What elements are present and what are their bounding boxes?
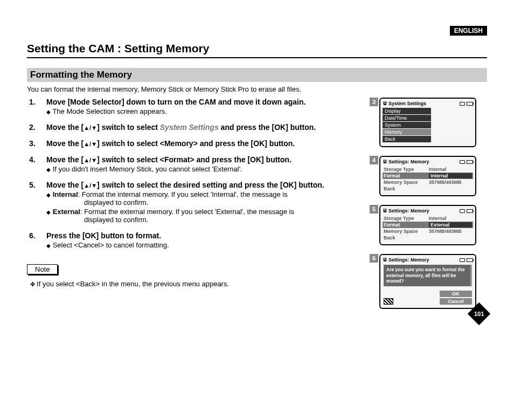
step-6: Press the [OK] button to format. ◆ Selec…	[27, 231, 373, 249]
step-5-bullet-2: ◆ External: Format the external memory. …	[46, 208, 373, 216]
card-icon	[460, 258, 465, 262]
menu-item-selected: Memory	[383, 129, 431, 135]
confirm-dialog: Are you sure you want to format the exte…	[384, 265, 472, 286]
screen-5: 5 Settings: Memory Storage TypeInternal …	[379, 205, 487, 245]
step-5-bullet-2-cont: displayed to confirm.	[46, 216, 373, 224]
step-6-text: Press the [OK] button to format.	[46, 231, 373, 240]
card-icon	[460, 160, 465, 164]
screen-3-number: 3	[370, 98, 378, 106]
dialog-cancel-button: Cancel	[440, 298, 472, 305]
intro-text: You can format the internal memory, Memo…	[27, 85, 487, 93]
kv-row-selected: FormatInternal	[383, 173, 473, 179]
language-badge: ENGLISH	[450, 26, 487, 36]
page-title: Setting the CAM : Setting Memory	[27, 42, 487, 58]
battery-icon	[467, 258, 473, 262]
tools-icon	[383, 209, 387, 214]
screen-5-number: 5	[370, 205, 378, 214]
kv-row: Back	[383, 235, 473, 241]
kv-row: Memory Space357MB/493MB	[383, 179, 473, 185]
kv-row: Memory Space357MB/493MB	[383, 228, 473, 235]
step-2: Move the [▲/▼] switch to select System S…	[27, 123, 373, 132]
screen-3-title: System Settings	[388, 101, 426, 106]
battery-icon	[467, 209, 473, 213]
section-subtitle: Formatting the Memory	[27, 68, 487, 82]
step-4: Move the [▲/▼] switch to select <Format>…	[27, 155, 373, 173]
step-5-bullet-1-cont: displayed to confirm.	[46, 198, 373, 206]
step-3-text: Move the [▲/▼] switch to select <Memory>…	[46, 139, 373, 148]
screen-6: 6 Settings: Memory Are you sure you want…	[379, 254, 487, 309]
screen-6-number: 6	[370, 254, 378, 263]
screen-4: 4 Settings: Memory Storage TypeInternal …	[379, 156, 487, 196]
step-6-bullet: ◆ Select <Cancel> to cancel formatting.	[46, 241, 373, 249]
screen-4-number: 4	[370, 156, 378, 164]
kv-row-selected: FormatExternal	[383, 222, 473, 228]
menu-item: Display	[383, 108, 431, 114]
screen-3: 3 System Settings Display Date/Time Syst…	[379, 98, 487, 147]
note-text: If you select <Back> in the menu, the pr…	[27, 280, 373, 288]
screen-6-title: Settings: Memory	[388, 257, 429, 263]
kv-row: Storage TypeInternal	[383, 166, 473, 173]
step-4-bullet: ◆ If you didn't insert Memory Stick, you…	[46, 165, 373, 173]
step-5-text: Move the [▲/▼] switch to select the desi…	[46, 181, 373, 189]
step-1-bullet: ◆ The Mode Selection screen appears.	[46, 107, 373, 115]
step-4-text: Move the [▲/▼] switch to select <Format>…	[46, 155, 373, 164]
stripe-icon	[384, 298, 393, 305]
tools-icon	[383, 258, 387, 263]
dialog-ok-button: OK	[440, 291, 472, 297]
step-5: Move the [▲/▼] switch to select the desi…	[27, 181, 373, 224]
card-icon	[460, 209, 465, 213]
step-2-text: Move the [▲/▼] switch to select System S…	[46, 123, 373, 132]
kv-row: Storage TypeInternal	[383, 215, 473, 222]
battery-icon	[467, 160, 473, 164]
tools-icon	[383, 160, 387, 164]
screen-4-title: Settings: Memory	[388, 159, 429, 164]
step-1-text: Move [Mode Selector] down to turn on the…	[46, 98, 373, 106]
menu-item: Back	[383, 136, 431, 142]
dialog-message: Are you sure you want to format the exte…	[386, 267, 468, 284]
step-3: Move the [▲/▼] switch to select <Memory>…	[27, 139, 373, 148]
card-icon	[460, 102, 465, 106]
kv-row: Back	[383, 185, 473, 192]
screen-5-title: Settings: Memory	[388, 208, 429, 214]
tools-icon	[383, 101, 387, 106]
step-5-bullet-1: ◆ Internal: Format the internal memory. …	[46, 190, 373, 198]
step-1: Move [Mode Selector] down to turn on the…	[27, 98, 373, 115]
menu-item: System	[383, 122, 431, 128]
note-label: Note	[27, 264, 58, 274]
battery-icon	[467, 102, 473, 106]
menu-item: Date/Time	[383, 115, 431, 121]
